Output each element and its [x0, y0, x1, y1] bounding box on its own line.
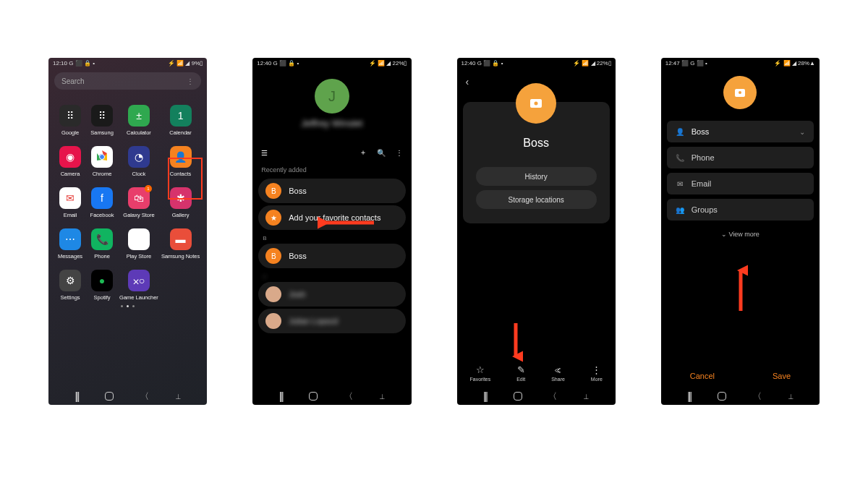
app-settings[interactable]: ⚙Settings [56, 270, 85, 301]
recents-button[interactable]: ||| [483, 390, 487, 402]
search-icon[interactable]: 🔍 [377, 149, 386, 157]
app-messages[interactable]: ⋯Messages [56, 228, 85, 260]
app-contacts[interactable]: 👤Contacts [161, 146, 200, 177]
app-clock[interactable]: ◔Clock [119, 146, 158, 177]
name-field[interactable]: 👤 Boss ⌄ [667, 121, 814, 142]
app-samsung-notes[interactable]: ▬Samsung Notes [161, 228, 200, 260]
accessibility-button[interactable]: ⟂ [380, 392, 385, 401]
chrome-icon [91, 146, 113, 168]
google-icon: ⠿ [59, 105, 81, 127]
email-field[interactable]: ✉ Email [667, 173, 814, 194]
groups-label: Groups [692, 205, 718, 214]
camera-icon [735, 89, 745, 97]
edit-footer: Cancel Save [661, 369, 820, 383]
app-samsung[interactable]: ⠿Samsung [88, 105, 116, 136]
back-button[interactable]: 〈 [344, 390, 353, 403]
status-right: ⚡ 📶 ◢ 28%▲ [774, 60, 815, 67]
index-letter: B [252, 232, 411, 241]
profile-avatar[interactable]: J [315, 79, 349, 114]
app-play-store[interactable]: ▶Play Store [119, 228, 158, 260]
svg-point-2 [100, 155, 105, 160]
page-indicator[interactable] [48, 305, 207, 307]
app-calendar[interactable]: 1Calendar [161, 105, 200, 136]
annotation-arrow [733, 262, 748, 312]
recents-button[interactable]: ||| [279, 390, 283, 402]
phone-contact-detail: 12:40 G ⬛ 🔒 • ⚡ 📶 ◢ 22%▯ ‹ Boss History … [457, 58, 616, 405]
contact-avatar[interactable] [723, 76, 757, 109]
app-email[interactable]: ✉Email [56, 187, 85, 218]
app-game-launcher[interactable]: ⨉○Game Launcher [119, 270, 158, 301]
profile-name: Jeffrey Winslet [252, 118, 411, 129]
app-calculator[interactable]: ±Calculator [119, 105, 158, 136]
more-action[interactable]: ⋮More [591, 364, 603, 382]
save-button[interactable]: Save [773, 372, 791, 380]
accessibility-button[interactable]: ⟂ [176, 392, 181, 401]
contact-row[interactable]: Julian Lopezd [258, 309, 405, 333]
more-icon[interactable]: ⋮ [187, 77, 194, 85]
recents-button[interactable]: ||| [75, 390, 78, 402]
status-bar: 12:10 G ⬛ 🔒 • ⚡ 📶 ◢ 9%▯ [48, 58, 207, 69]
groups-icon: 👥 [676, 206, 684, 214]
contacts-toolbar: ☰ ＋ 🔍 ⋮ [252, 143, 411, 162]
contact-recent[interactable]: B Boss [258, 179, 405, 203]
phone-icon: 📞 [91, 228, 113, 250]
android-nav-bar: ||| 〈 ⟂ [252, 388, 411, 405]
status-right: ⚡ 📶 ◢ 9%▯ [168, 60, 203, 67]
status-left: 12:10 G ⬛ 🔒 • [53, 60, 95, 67]
menu-icon[interactable]: ☰ [261, 149, 268, 157]
back-button[interactable]: 〈 [753, 390, 762, 403]
status-right: ⚡ 📶 ◢ 22%▯ [573, 60, 611, 67]
phone-label: Phone [692, 153, 715, 162]
app-spotify[interactable]: ●Spotify [88, 270, 116, 301]
accessibility-button[interactable]: ⟂ [788, 392, 793, 401]
edit-action[interactable]: ✎Edit [516, 364, 525, 382]
app-google[interactable]: ⠿Google [56, 105, 85, 136]
recents-button[interactable]: ||| [687, 390, 691, 402]
cancel-button[interactable]: Cancel [690, 372, 715, 380]
share-action[interactable]: ⪡Share [551, 364, 565, 382]
phone-home-screen: 12:10 G ⬛ 🔒 • ⚡ 📶 ◢ 9%▯ Search ⋮ ⠿Google… [48, 58, 207, 405]
avatar-initial: B [265, 183, 281, 199]
app-gallery[interactable]: ✱Gallery [161, 187, 200, 218]
home-button[interactable] [514, 392, 522, 401]
groups-field[interactable]: 👥 Groups [667, 199, 814, 221]
app-camera[interactable]: ◉Camera [56, 146, 85, 177]
add-favorite-contacts[interactable]: ★ Add your favorite contacts [258, 205, 405, 230]
samsung-icon: ⠿ [91, 105, 113, 127]
app-chrome[interactable]: Chrome [88, 146, 116, 177]
phone-contacts-list: 12:40 G ⬛ 🔒 • ⚡ 📶 ◢ 22%▯ J Jeffrey Winsl… [252, 58, 411, 405]
status-left: 12:40 G ⬛ 🔒 • [257, 60, 299, 67]
storage-locations-button[interactable]: Storage locations [476, 190, 597, 209]
favorites-action[interactable]: ☆Favorites [469, 364, 490, 382]
history-button[interactable]: History [476, 167, 597, 186]
contact-row[interactable]: B Boss [258, 244, 405, 268]
facebook-icon: f [91, 187, 113, 209]
search-bar[interactable]: Search ⋮ [54, 72, 201, 90]
app-grid: ⠿Google ⠿Samsung ±Calculator 1Calendar ◉… [48, 93, 207, 301]
home-button[interactable] [718, 392, 726, 401]
phone-field[interactable]: 📞 Phone [667, 147, 814, 168]
back-button[interactable]: 〈 [140, 390, 149, 403]
chevron-down-icon[interactable]: ⌄ [799, 128, 805, 136]
android-nav-bar: ||| 〈 ⟂ [661, 388, 820, 405]
app-facebook[interactable]: fFacebook [88, 187, 116, 218]
more-icon[interactable]: ⋮ [396, 149, 403, 157]
app-phone[interactable]: 📞Phone [88, 228, 116, 260]
home-button[interactable] [105, 392, 114, 401]
section-recently-added: Recently added [252, 162, 411, 176]
contact-avatar[interactable] [516, 83, 556, 124]
contact-row[interactable]: Josh [258, 282, 405, 307]
app-galaxy-store[interactable]: 🛍1Galaxy Store [119, 187, 158, 218]
favorite-prompt: Add your favorite contacts [289, 213, 380, 222]
home-button[interactable] [309, 392, 318, 401]
contact-name: Josh [289, 290, 305, 299]
back-button[interactable]: 〈 [548, 390, 557, 403]
avatar [265, 286, 281, 302]
status-bar: 12:40 G ⬛ 🔒 • ⚡ 📶 ◢ 22%▯ [457, 58, 616, 69]
accessibility-button[interactable]: ⟂ [584, 392, 589, 401]
android-nav-bar: ||| 〈 ⟂ [457, 388, 616, 405]
add-icon[interactable]: ＋ [359, 147, 367, 158]
notes-icon: ▬ [170, 228, 192, 250]
view-more-button[interactable]: View more [661, 231, 820, 238]
pencil-icon: ✎ [517, 364, 525, 375]
